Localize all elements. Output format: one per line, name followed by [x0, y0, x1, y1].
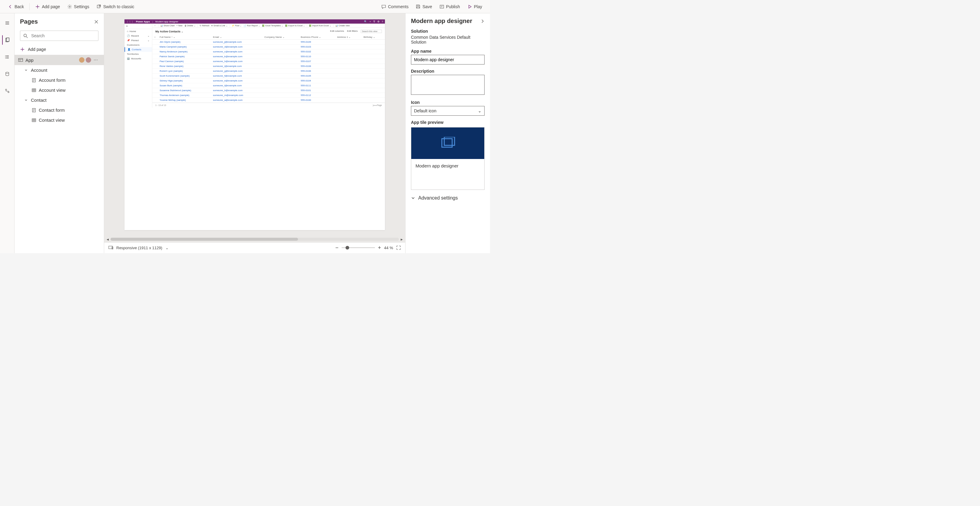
- tree-contact-view[interactable]: Contact view: [14, 115, 104, 125]
- search-icon: 🔍: [364, 20, 367, 23]
- table-row: Thomas Andersen (sample)someone_m@exampl…: [152, 93, 385, 98]
- canvas-horizontal-scrollbar[interactable]: ◂ ▸: [104, 236, 405, 242]
- table-row: Sidney Higa (sample)someone_e@example.co…: [152, 78, 385, 83]
- switch-classic-button[interactable]: Switch to classic: [94, 2, 137, 11]
- tree-account-view[interactable]: Account view: [14, 85, 104, 95]
- hamburger-icon: [5, 21, 10, 25]
- back-label: Back: [14, 4, 24, 9]
- settings-button[interactable]: Settings: [64, 2, 92, 11]
- table-row: Scott Konersmann (sample)someone_f@examp…: [152, 73, 385, 78]
- svg-rect-4: [7, 38, 9, 41]
- tree-contact-form-label: Contact form: [39, 108, 100, 113]
- form-icon: [32, 108, 37, 113]
- comments-button[interactable]: Comments: [378, 2, 412, 11]
- nav-customers-head: Customers: [124, 43, 152, 47]
- separator: [29, 3, 30, 10]
- properties-title: Modern app designer: [411, 18, 472, 24]
- gear-icon: ⚙: [377, 20, 379, 23]
- fit-to-screen-icon[interactable]: [396, 245, 401, 250]
- table-row: Yvonne McKay (sample)someone_a@example.c…: [152, 98, 385, 103]
- back-button[interactable]: Back: [5, 2, 27, 11]
- add-page-label: Add page: [42, 4, 60, 9]
- svg-rect-1: [97, 5, 100, 8]
- tree-contact-form[interactable]: Contact form: [14, 105, 104, 115]
- icon-label: Icon: [411, 100, 485, 105]
- publish-icon: [439, 4, 444, 9]
- svg-point-5: [5, 56, 6, 56]
- rail-pages[interactable]: [2, 35, 12, 45]
- zoom-slider[interactable]: [342, 247, 375, 248]
- chevron-down-icon: [411, 196, 415, 200]
- tree-account-form-label: Account form: [39, 78, 100, 83]
- properties-collapse[interactable]: [480, 19, 485, 23]
- device-icon: [108, 245, 113, 250]
- filter-icon: ∇: [374, 20, 375, 23]
- scroll-left-icon[interactable]: ◂: [107, 237, 109, 242]
- comment-icon: [381, 4, 386, 9]
- properties-panel: Modern app designer Solution Common Data…: [405, 13, 490, 253]
- grid-icon: [32, 88, 37, 93]
- app-name-label: App name: [411, 49, 485, 54]
- nav-recent: 🕐 Recent ⌄: [124, 33, 152, 38]
- preview-topbar: ⋮⋮⋮ Power Apps | Modern app designer 🔍 +…: [124, 19, 385, 24]
- edit-columns: Edit columns: [330, 30, 344, 33]
- comments-label: Comments: [388, 4, 409, 9]
- pages-panel: Pages Add page App ⋯ A: [14, 13, 104, 253]
- more-icon[interactable]: ⋯: [92, 57, 99, 62]
- preview-sidebar: ≡ ⌂ Home 🕐 Recent ⌄ 📌 Pinned ⌄ Customers…: [124, 24, 152, 108]
- tree-account[interactable]: Account: [14, 65, 104, 75]
- rail-automation[interactable]: [2, 86, 12, 96]
- rail-hamburger[interactable]: [2, 18, 12, 28]
- scroll-right-icon[interactable]: ▸: [401, 237, 403, 242]
- chevron-down-icon: [24, 99, 29, 102]
- close-icon: [94, 20, 99, 24]
- add-page-button[interactable]: Add page: [32, 2, 63, 11]
- play-button[interactable]: Play: [464, 2, 485, 11]
- preview-row-count: 1 - 13 of 13: [155, 104, 166, 107]
- tree-account-form[interactable]: Account form: [14, 75, 104, 85]
- rail-data[interactable]: [2, 69, 12, 79]
- responsive-label: Responsive (1911 x 1129): [116, 245, 162, 250]
- add-page-row[interactable]: Add page: [14, 44, 104, 55]
- preview-app-name: Modern app designer: [155, 20, 178, 23]
- description-input[interactable]: [411, 75, 485, 95]
- description-label: Description: [411, 69, 485, 73]
- zoom-in-button[interactable]: +: [378, 245, 381, 251]
- svg-point-9: [5, 89, 7, 90]
- pages-tree: App ⋯ Account Account form Acc: [14, 55, 104, 253]
- preview-view-name: My Active Contacts: [155, 30, 180, 33]
- publish-button[interactable]: Publish: [436, 2, 463, 11]
- edit-filters: Edit filters: [347, 30, 358, 33]
- arrow-left-icon: [8, 4, 13, 9]
- rail-navigation[interactable]: [2, 52, 12, 62]
- table-row: Jim Glynn (sample)someone_j@example.com5…: [152, 40, 385, 45]
- canvas-status-bar: Responsive (1911 x 1129) ⌄ − + 44 %: [104, 242, 405, 253]
- pages-panel-close[interactable]: [94, 20, 99, 24]
- open-external-icon: [97, 4, 102, 9]
- tree-app[interactable]: App ⋯: [14, 55, 104, 65]
- help-icon: ?: [382, 20, 383, 23]
- tree-contact[interactable]: Contact: [14, 95, 104, 105]
- icon-select[interactable]: Default icon ⌄: [411, 106, 485, 116]
- advanced-settings-toggle[interactable]: Advanced settings: [411, 195, 485, 201]
- list-icon: [5, 54, 10, 59]
- chevron-down-icon[interactable]: ⌄: [165, 245, 169, 250]
- avatar: [79, 57, 84, 63]
- tree-account-label: Account: [31, 67, 100, 73]
- pages-search-input[interactable]: [20, 30, 99, 41]
- tile-name: Modern app designer: [411, 159, 484, 189]
- svg-rect-12: [19, 59, 23, 62]
- add-page-row-label: Add page: [28, 47, 46, 52]
- chevron-right-icon: [480, 19, 485, 23]
- zoom-out-button[interactable]: −: [335, 245, 339, 251]
- nav-home: ⌂ Home: [124, 29, 152, 33]
- save-button[interactable]: Save: [413, 2, 435, 11]
- play-icon: [467, 4, 472, 9]
- nav-pinned: 📌 Pinned ⌄: [124, 38, 152, 43]
- table-row: Robert Lyon (sample)someone_g@example.co…: [152, 69, 385, 73]
- app-name-input[interactable]: [411, 55, 485, 65]
- left-rail: [0, 13, 14, 253]
- preview-brand: Power Apps: [136, 20, 150, 23]
- search-icon: [23, 33, 28, 38]
- svg-point-11: [24, 34, 26, 37]
